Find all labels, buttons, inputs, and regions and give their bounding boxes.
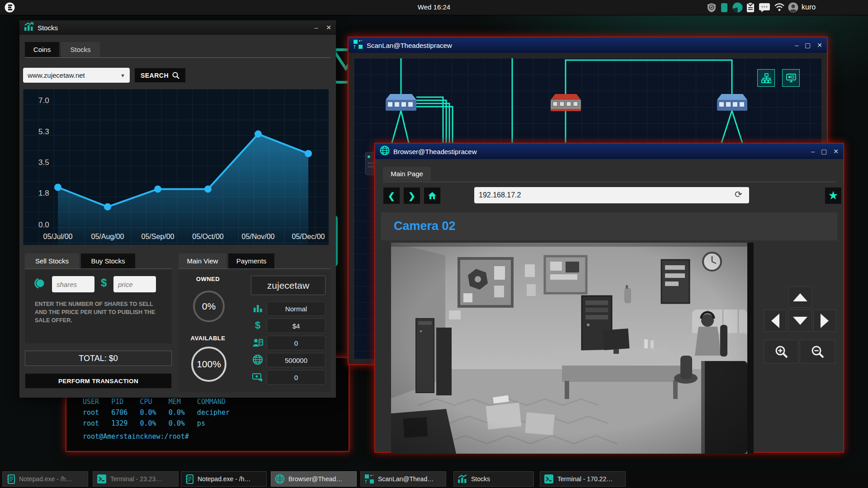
exchange-count: 0 [294, 374, 298, 381]
taskbar-label: Terminal - 170.22… [557, 475, 613, 483]
svg-text:05/Dec/00: 05/Dec/00 [292, 233, 325, 240]
market-select[interactable]: www.zujecetaw.net ▼ [23, 68, 130, 83]
market-select-value: www.zujecetaw.net [28, 71, 85, 79]
taskbar-item-scanlan[interactable]: ScanLan@Thead… [360, 471, 446, 487]
available-ring: 100% [191, 347, 226, 382]
map-topology-button[interactable] [757, 69, 775, 87]
home-button[interactable] [424, 187, 441, 204]
taskbar-item-terminal-1[interactable]: Terminal - 23.23… [93, 471, 179, 487]
browser-titlebar[interactable]: Browser@Theadestipracew – ▢ ✕ [375, 144, 843, 159]
camera-left-button[interactable] [764, 310, 786, 332]
toggle-icon[interactable] [34, 277, 46, 291]
stock-chart: 7.0 5.3 3.5 1.8 0.0 05/Jul/00 05/Aug/00 … [23, 89, 329, 245]
url-input[interactable] [474, 187, 749, 203]
forward-button[interactable]: ❯ [403, 187, 420, 204]
maximize-button[interactable]: ▢ [805, 42, 811, 49]
camera-up-button[interactable] [788, 286, 812, 308]
svg-text:05/Nov/00: 05/Nov/00 [242, 233, 275, 240]
browser-window[interactable]: Browser@Theadestipracew – ▢ ✕ Main Page … [374, 143, 844, 453]
clipboard-icon[interactable] [746, 2, 755, 14]
stocks-window[interactable]: Stocks – ✕ Coins Stocks www.zujecetaw.ne… [19, 20, 336, 398]
scanlan-app-icon [353, 39, 363, 51]
notepad-icon [6, 474, 15, 484]
shareholders-box: 0 [267, 336, 326, 350]
terminal-line: root 6706 0.0% 0.0% decipher [83, 408, 230, 417]
tab-main-view[interactable]: Main View [179, 253, 226, 268]
taskbar-label: Terminal - 23.23… [110, 475, 162, 483]
total-display: TOTAL: $0 [25, 351, 172, 366]
back-button[interactable]: ❮ [383, 187, 400, 204]
taskbar-item-notepad-2[interactable]: Notepad.exe - /h… [181, 471, 267, 487]
camera-right-button[interactable] [813, 310, 836, 332]
battery-icon[interactable] [721, 3, 728, 14]
stock-name: zujecetaw [267, 280, 309, 291]
browser-tab-main-page[interactable]: Main Page [383, 167, 431, 181]
taskbar-item-browser[interactable]: Browser@Thead… [271, 471, 357, 487]
pie-status-icon[interactable] [732, 2, 743, 14]
top-bar: Wed 16:24 kuro [0, 0, 868, 15]
taskbar-item-stocks[interactable]: Stocks [453, 471, 534, 487]
globe-icon [252, 354, 264, 366]
camera-zoom-out-button[interactable] [800, 340, 835, 363]
tab-payments[interactable]: Payments [228, 253, 274, 268]
owned-label: OWNED [190, 276, 226, 282]
tab-stocks[interactable]: Stocks [61, 42, 100, 57]
shield-check-icon[interactable] [707, 3, 716, 14]
scanlan-title: ScanLan@Theadestipracew [367, 42, 452, 49]
minimize-button[interactable]: – [795, 42, 798, 49]
available-label: AVAILABLE [185, 335, 231, 342]
stock-name-box: zujecetaw [251, 276, 326, 295]
price-input[interactable] [113, 276, 156, 292]
page-heading: Camera 02 [394, 219, 456, 233]
svg-text:3.5: 3.5 [38, 158, 49, 167]
minimize-button[interactable]: – [811, 148, 815, 155]
zoom-in-icon [774, 345, 788, 358]
taskbar-item-notepad-1[interactable]: Notepad.exe - /h… [2, 471, 88, 487]
total-shares-box: 500000 [267, 353, 326, 367]
sell-help-text: ENTER THE NUMBER OF SHARES TO SELL AND T… [35, 300, 166, 324]
tab-buy-stocks[interactable]: Buy Stocks [81, 253, 135, 268]
perform-transaction-button[interactable]: PERFORM TRANSACTION [25, 373, 172, 389]
sell-form-panel: $ ENTER THE NUMBER OF SHARES TO SELL AND… [25, 270, 172, 343]
zoom-out-icon [811, 345, 824, 358]
switch-node [717, 94, 747, 111]
reload-icon[interactable]: ⟳ [735, 189, 742, 200]
exchange-icon [252, 371, 264, 383]
chat-icon[interactable] [759, 3, 770, 14]
scanlan-titlebar[interactable]: ScanLan@Theadestipracew – ▢ ✕ [349, 38, 827, 53]
stocks-titlebar[interactable]: Stocks – ✕ [19, 20, 336, 35]
taskbar-label: ScanLan@Thead… [378, 475, 434, 483]
close-button[interactable]: ✕ [833, 148, 839, 155]
owned-ring: 0% [193, 291, 225, 322]
search-button[interactable]: SEARCH [134, 68, 186, 83]
minimize-button[interactable]: – [314, 24, 318, 31]
taskbar: Notepad.exe - /h… Terminal - 23.23… Note… [0, 470, 868, 488]
wifi-icon[interactable] [774, 3, 785, 14]
svg-text:0.0: 0.0 [38, 221, 49, 229]
taskbar-label: Notepad.exe - /h… [198, 475, 251, 483]
dollar-icon: $ [252, 319, 264, 331]
svg-text:05/Aug/00: 05/Aug/00 [91, 233, 124, 240]
close-button[interactable]: ✕ [817, 42, 822, 49]
camera-zoom-in-button[interactable] [764, 340, 798, 363]
search-button-label: SEARCH [141, 72, 169, 79]
shareholders-count: 0 [294, 339, 298, 347]
close-button[interactable]: ✕ [326, 24, 331, 31]
stocks-app-icon [24, 22, 34, 33]
dollar-sign: $ [101, 277, 107, 289]
browser-app-icon [380, 145, 390, 157]
tab-sell-stocks[interactable]: Sell Stocks [25, 253, 79, 268]
shareholders-icon [252, 337, 264, 348]
taskbar-item-terminal-2[interactable]: Terminal - 170.22… [540, 471, 626, 487]
maximize-button[interactable]: ▢ [821, 148, 827, 155]
tab-coins[interactable]: Coins [25, 42, 59, 57]
terminal-prompt[interactable]: root@Amerstaincknew:/root# [83, 432, 189, 441]
shares-input[interactable] [52, 276, 94, 292]
bookmark-star-button[interactable]: ★ [825, 187, 842, 204]
avatar[interactable] [788, 2, 798, 14]
switch-node [386, 94, 416, 111]
map-monitor-button[interactable] [782, 69, 800, 87]
camera-down-button[interactable] [788, 310, 812, 332]
stocks-icon [458, 474, 467, 483]
stock-status: Normal [285, 305, 307, 313]
